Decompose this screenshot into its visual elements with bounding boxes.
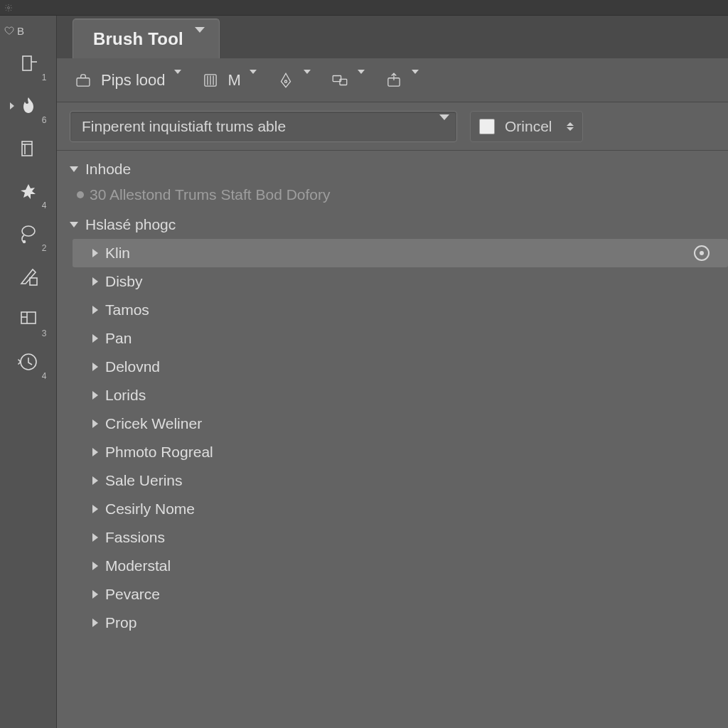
tree-item[interactable]: Fassions xyxy=(73,523,728,552)
heart-icon xyxy=(4,26,14,36)
content-area: Inhode 30 Allestond Trums Staft Bod Dofo… xyxy=(57,151,728,728)
tree-item-label: Prop xyxy=(105,614,136,631)
tree-item[interactable]: Phmoto Rogreal xyxy=(73,438,728,466)
preset-label: Pips lood xyxy=(101,71,166,90)
tree-item-label: Pan xyxy=(105,330,132,347)
gear-icon[interactable] xyxy=(4,4,13,12)
tool-crop[interactable]: 1 xyxy=(7,43,50,84)
chevron-down-icon xyxy=(70,222,78,228)
checkbox-label: Orincel xyxy=(505,118,552,135)
tree-item[interactable]: Moderstal xyxy=(73,552,728,580)
panel: Brush Tool Pips lood M xyxy=(57,16,728,728)
options-bar: Pips lood M xyxy=(57,58,728,102)
svg-rect-8 xyxy=(30,278,37,285)
tool-lasso-sub: 2 xyxy=(42,243,47,253)
checkbox-orincel[interactable]: Orincel xyxy=(470,111,583,142)
briefcase-icon xyxy=(74,71,92,90)
svg-point-0 xyxy=(8,6,10,9)
sliders-icon xyxy=(201,71,220,90)
tree-item-label: Lorids xyxy=(105,387,146,404)
chevron-right-icon xyxy=(92,306,98,314)
tree-list: KlinDisbyTamosPanDelovndLoridsCricek Wel… xyxy=(57,239,728,637)
toolstrip-badge-label: B xyxy=(17,25,24,37)
mode-label: M xyxy=(228,71,241,90)
tree-item-label: Moderstal xyxy=(105,557,171,574)
filter-bar: Orincel xyxy=(57,102,728,151)
status-text: 30 Allestond Trums Staft Bod Dofory xyxy=(90,186,331,203)
tree-item[interactable]: Delovnd xyxy=(73,353,728,381)
chevron-right-icon xyxy=(92,334,98,343)
pen-icon xyxy=(277,71,295,90)
chevron-down-icon xyxy=(250,74,257,87)
tab-title: Brush Tool xyxy=(93,29,183,49)
svg-rect-13 xyxy=(77,77,90,85)
pen-dropdown[interactable] xyxy=(277,71,311,90)
tree-item[interactable]: Pan xyxy=(73,324,728,353)
checkbox-square-icon[interactable] xyxy=(479,119,495,134)
tree-item-label: Tamos xyxy=(105,301,149,318)
mode-dropdown[interactable]: M xyxy=(201,71,257,90)
chevron-down-icon xyxy=(195,33,205,46)
svg-point-6 xyxy=(22,226,35,236)
chevron-down-icon xyxy=(304,74,311,87)
tool-crop-sub: 1 xyxy=(42,73,47,82)
main-area: B 1 6 4 2 3 4 xyxy=(0,16,728,728)
flyout-indicator-icon xyxy=(10,102,14,109)
chevron-right-icon xyxy=(92,249,98,257)
svg-rect-1 xyxy=(23,56,31,70)
tree-item-label: Klin xyxy=(105,245,130,262)
tool-flame[interactable]: 6 xyxy=(7,85,50,127)
tool-strip: B 1 6 4 2 3 4 xyxy=(0,16,57,728)
tree-item-label: Fassions xyxy=(105,529,165,546)
tree-item[interactable]: Tamos xyxy=(73,296,728,324)
info-icon[interactable] xyxy=(694,245,710,261)
tree-item-label: Pevarce xyxy=(105,586,160,603)
tool-lasso[interactable]: 2 xyxy=(7,213,50,255)
tab-brush-tool[interactable]: Brush Tool xyxy=(73,18,220,58)
chevron-right-icon xyxy=(92,448,98,456)
chevron-right-icon xyxy=(92,391,98,400)
search-input[interactable] xyxy=(82,118,439,135)
tab-bar: Brush Tool xyxy=(57,16,728,58)
chevron-right-icon xyxy=(92,590,98,599)
tool-type[interactable] xyxy=(7,128,50,169)
screens-dropdown[interactable] xyxy=(331,71,365,90)
chevron-right-icon xyxy=(92,277,98,286)
tool-history[interactable]: 4 xyxy=(7,341,50,382)
section-label: Inhode xyxy=(85,161,131,178)
chevron-down-icon xyxy=(412,74,419,87)
tree-item[interactable]: Prop xyxy=(73,609,728,637)
tree-item-label: Delovnd xyxy=(105,358,160,375)
section-label: Hslasé phogc xyxy=(85,216,176,233)
tool-slice[interactable] xyxy=(7,256,50,297)
tree-item[interactable]: Lorids xyxy=(73,381,728,410)
preset-dropdown[interactable]: Pips lood xyxy=(74,71,181,90)
tree-item[interactable]: Cricek Weliner xyxy=(73,410,728,438)
svg-point-7 xyxy=(23,241,25,243)
chevron-right-icon xyxy=(92,476,98,485)
tree-item-label: Cesirly Nome xyxy=(105,500,195,518)
tool-artboard[interactable]: 3 xyxy=(7,299,50,340)
tree-item[interactable]: Klin xyxy=(73,239,728,267)
chevron-down-icon xyxy=(358,74,365,87)
svg-rect-3 xyxy=(22,141,32,156)
tree-item[interactable]: Disby xyxy=(73,267,728,296)
chevron-right-icon xyxy=(92,505,98,513)
section-inhode[interactable]: Inhode xyxy=(57,155,728,183)
tree-item[interactable]: Pevarce xyxy=(73,580,728,609)
stepper-icon[interactable] xyxy=(567,122,574,131)
tree-item[interactable]: Sale Uerins xyxy=(73,466,728,495)
export-dropdown[interactable] xyxy=(385,71,419,90)
screens-icon xyxy=(331,71,349,90)
chevron-right-icon xyxy=(92,533,98,542)
search-box[interactable] xyxy=(70,111,457,142)
toolstrip-badge: B xyxy=(0,20,56,41)
title-bar xyxy=(0,0,728,16)
tool-splat[interactable]: 4 xyxy=(7,171,50,212)
tool-splat-sub: 4 xyxy=(42,200,47,210)
chevron-right-icon xyxy=(92,363,98,371)
section-hslase[interactable]: Hslasé phogc xyxy=(57,210,728,239)
chevron-down-icon[interactable] xyxy=(439,120,449,133)
tree-item-label: Sale Uerins xyxy=(105,472,183,489)
tree-item[interactable]: Cesirly Nome xyxy=(73,495,728,523)
